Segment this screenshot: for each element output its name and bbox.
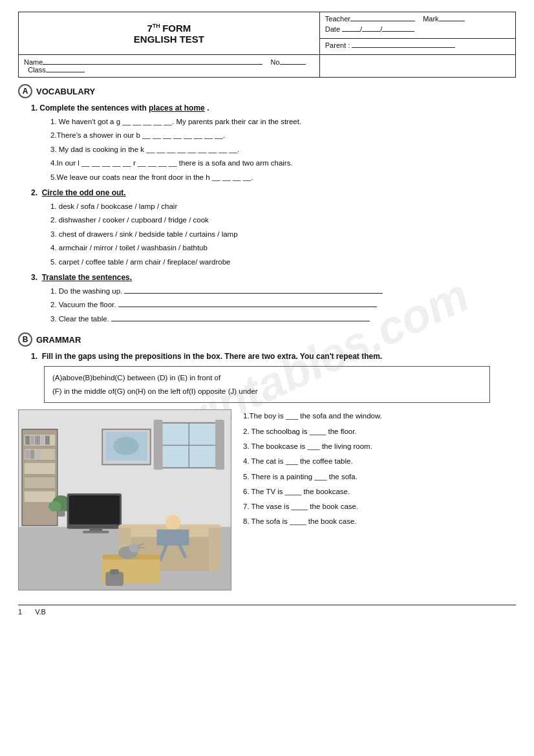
title-english-test: ENGLISH TEST xyxy=(134,34,204,45)
sentence-3: 3. The bookcase is ___ the living room. xyxy=(243,440,508,453)
sentence-4: 4. The cat is ___ the coffee table. xyxy=(243,455,508,468)
svg-rect-14 xyxy=(25,436,30,445)
svg-rect-16 xyxy=(35,436,40,445)
svg-point-34 xyxy=(166,515,181,530)
section-a-title: VOCABULARY xyxy=(36,87,95,96)
sentence-1: 1.The boy is ___ the sofa and the window… xyxy=(243,409,508,423)
prep-line-1: (A)above(B)behind(C) between (D) in (E) … xyxy=(52,371,482,385)
q1-item-4: 4.In our l __ __ __ __ __ r __ __ __ __ … xyxy=(50,157,516,169)
date-line: Date // xyxy=(325,25,510,33)
name-label: Name xyxy=(24,58,43,66)
q2-item-2: 2. dishwasher / cooker / cupboard / frid… xyxy=(50,214,516,226)
svg-rect-12 xyxy=(24,477,56,489)
sentence-2: 2. The schoolbag is ____ the floor. xyxy=(243,425,508,438)
svg-rect-29 xyxy=(83,531,109,534)
sentences-col: 1.The boy is ___ the sofa and the window… xyxy=(243,409,508,530)
section-a-label: A xyxy=(18,84,32,98)
svg-rect-45 xyxy=(110,570,119,575)
q1-item-5: 5.We leave our coats near the front door… xyxy=(50,171,516,183)
svg-point-48 xyxy=(113,437,139,455)
section-b-title: GRAMMAR xyxy=(36,335,81,345)
sentence-6: 6. The TV is ____ the bookcase. xyxy=(243,485,508,499)
date-label: Date xyxy=(325,25,340,33)
question-2-block: 2. Circle the odd one out. 1. desk / sof… xyxy=(31,188,516,268)
room-image xyxy=(18,409,231,590)
q3-title: 3. Translate the sentences. xyxy=(31,273,516,282)
svg-rect-33 xyxy=(208,528,221,571)
section-a-header: A VOCABULARY xyxy=(18,84,516,98)
b-q1-number: 1. xyxy=(31,352,37,361)
svg-rect-35 xyxy=(157,530,189,546)
section-b-label: B xyxy=(18,332,32,347)
svg-rect-27 xyxy=(69,496,120,525)
q2-item-4: 4. armchair / mirror / toilet / washbasi… xyxy=(50,242,516,254)
section-b-header: B GRAMMAR xyxy=(18,332,516,347)
sentence-7: 7. The vase is ____ the book case. xyxy=(243,500,508,513)
b-q1-instruction: Fill in the gaps using the prepositions … xyxy=(42,352,383,361)
q1-title: 1. Complete the sentences with places at… xyxy=(31,103,516,113)
svg-rect-18 xyxy=(45,436,50,445)
q1-instruction: Complete the sentences with xyxy=(39,103,146,113)
q3-item-3: 3. Clear the table. xyxy=(50,313,516,325)
prep-line-2: (F) in the middle of(G) on(H) on the lef… xyxy=(52,385,482,398)
q1-item-2: 2.There's a shower in our b __ __ __ __ … xyxy=(50,129,516,141)
name-row-right xyxy=(319,55,515,78)
q2-item-1: 1. desk / sofa / bookcase / lamp / chair xyxy=(50,200,516,212)
superscript-th: TH xyxy=(153,23,160,29)
q2-instruction: Circle the odd one out. xyxy=(42,188,126,197)
q3-item-1: 1. Do the washing up. xyxy=(50,285,516,297)
sentence-8: 8. The sofa is ____ the book case. xyxy=(243,515,508,528)
q2-item-5: 5. carpet / coffee table / arm chair / f… xyxy=(50,256,516,268)
q1-instruction-end: . xyxy=(207,103,209,113)
svg-rect-7 xyxy=(215,420,224,470)
question-1-block: 1. Complete the sentences with places at… xyxy=(31,103,516,183)
svg-rect-19 xyxy=(25,450,30,459)
prep-box: (A)above(B)behind(C) between (D) in (E) … xyxy=(44,366,490,403)
question-3-block: 3. Translate the sentences. 1. Do the wa… xyxy=(31,273,516,325)
svg-rect-17 xyxy=(41,436,45,445)
title-form: FORM xyxy=(162,23,191,34)
teacher-label: Teacher xyxy=(325,15,350,23)
q3-item-2: 2. Vacuum the floor. xyxy=(50,299,516,310)
footer: 1 V.B xyxy=(18,605,516,616)
teacher-mark-line: Teacher Mark xyxy=(325,15,510,23)
q3-instruction: Translate the sentences. xyxy=(42,273,132,282)
parent-line: Parent : xyxy=(325,41,510,49)
parent-label: Parent : xyxy=(325,41,350,49)
svg-rect-6 xyxy=(154,420,163,470)
footer-initials: V.B xyxy=(35,608,46,616)
q2-number: 2. xyxy=(31,188,37,197)
svg-rect-11 xyxy=(24,463,56,475)
svg-point-24 xyxy=(48,501,61,512)
q1-item-1: 1. We haven't got a g __ __ __ __ __. My… xyxy=(50,116,516,127)
q3-number: 3. xyxy=(31,273,37,282)
class-label: Class xyxy=(28,66,46,74)
no-label: No xyxy=(271,58,280,66)
b-q1-title: 1. Fill in the gaps using the prepositio… xyxy=(31,352,516,361)
q2-title: 2. Circle the odd one out. xyxy=(31,188,516,197)
header-table: 7TH FORM ENGLISH TEST Teacher Mark Date … xyxy=(18,12,516,78)
svg-rect-13 xyxy=(24,491,56,503)
svg-rect-15 xyxy=(30,436,34,445)
q1-number: 1. xyxy=(31,103,37,113)
page-number: 1 xyxy=(18,608,22,616)
q1-item-3: 3. My dad is cooking in the k __ __ __ _… xyxy=(50,144,516,155)
mark-label: Mark xyxy=(423,15,438,23)
q1-instruction-underline: places at home xyxy=(149,103,205,113)
b-question-1-block: 1. Fill in the gaps using the prepositio… xyxy=(31,352,516,403)
svg-rect-20 xyxy=(30,450,34,459)
image-sentence-row: 1.The boy is ___ the sofa and the window… xyxy=(18,409,516,590)
svg-rect-21 xyxy=(35,450,40,459)
q2-item-3: 3. chest of drawers / sink / bedside tab… xyxy=(50,228,516,240)
header-title: 7TH FORM ENGLISH TEST xyxy=(24,23,314,45)
sentence-5: 5. There is a painting ___ the sofa. xyxy=(243,470,508,484)
